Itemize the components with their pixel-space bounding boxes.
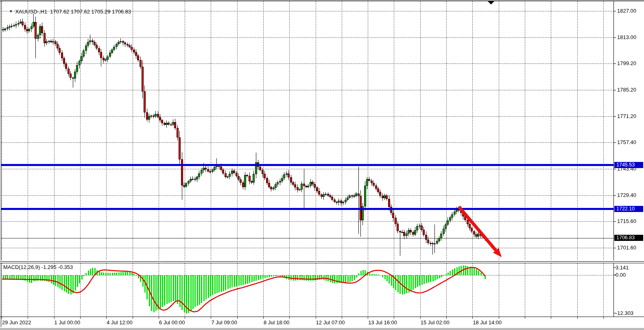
macd-axis-label: 0.00: [616, 272, 642, 278]
mt4-chart-window: ▼XAUUSD-,H1 1707.62 1707.62 1705.29 1706…: [0, 0, 644, 330]
price-axis-label: 1827.00: [617, 8, 643, 14]
time-axis-label: 8 Jul 18:00: [264, 319, 290, 326]
price-axis-label: 1785.20: [617, 87, 643, 93]
time-axis-label: 1 Jul 00:00: [55, 319, 81, 326]
time-axis-label: 13 Jul 16:00: [368, 319, 397, 326]
price-axis-label: 1757.40: [617, 139, 643, 145]
time-axis-label: 12 Jul 07:00: [316, 319, 345, 326]
time-axis-label: 18 Jul 14:00: [473, 319, 502, 326]
time-axis-label: 29 Jun 2022: [2, 319, 31, 326]
price-axis-label: 1799.20: [617, 60, 643, 66]
symbol-label: XAUUSD-,H1: [15, 9, 47, 15]
price-axis-label: 1715.60: [617, 218, 643, 224]
macd-indicator-label: MACD(12,26,9) -1.295 -0.353: [3, 264, 73, 270]
support-level-badge[interactable]: 1722.10: [614, 206, 643, 212]
macd-axis-label: 3.141: [616, 264, 642, 271]
price-axis-label: 1729.40: [617, 192, 643, 198]
chart-canvas[interactable]: [0, 0, 644, 330]
ohlc-values: 1707.62 1707.62 1705.29 1706.83: [50, 9, 131, 15]
time-axis-label: 6 Jul 00:00: [159, 319, 185, 326]
down-triangle-icon: ▼: [9, 9, 13, 13]
resistance-level-badge[interactable]: 1745.53: [614, 162, 643, 168]
time-axis-label: 7 Jul 09:00: [211, 319, 237, 326]
current-price-badge[interactable]: 1706.83: [614, 235, 643, 241]
symbol-ohlc-line: ▼XAUUSD-,H1 1707.62 1707.62 1705.29 1706…: [3, 2, 131, 21]
price-axis-label: 1701.60: [617, 245, 643, 251]
price-axis-label: 1813.00: [617, 34, 643, 40]
time-axis-label: 4 Jul 12:00: [107, 319, 133, 326]
time-axis-label: 15 Jul 02:00: [421, 319, 450, 326]
macd-axis-label: -12.303: [616, 310, 642, 316]
price-axis-label: 1771.20: [617, 113, 643, 119]
